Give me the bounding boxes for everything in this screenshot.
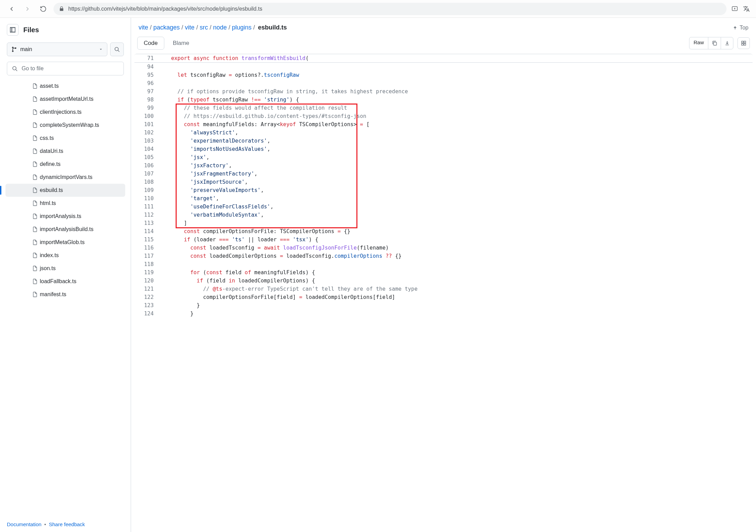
code-line[interactable]	[161, 260, 753, 268]
line-number[interactable]: 71	[134, 54, 161, 62]
line-number[interactable]: 102	[134, 129, 161, 137]
code-line[interactable]: const compilerOptionsForFile: TSCompiler…	[161, 227, 753, 235]
code-line[interactable]: 'importsNotUsedAsValues',	[161, 145, 753, 153]
forward-button[interactable]	[22, 3, 33, 14]
breadcrumb-link[interactable]: plugins	[232, 24, 251, 31]
code-line[interactable]: 'jsxFragmentFactory',	[161, 170, 753, 178]
line-number[interactable]: 106	[134, 161, 161, 170]
line-number[interactable]: 103	[134, 137, 161, 145]
code-line[interactable]: 'jsxFactory',	[161, 161, 753, 170]
code-line[interactable]: if (typeof tsconfigRaw !== 'string') {	[161, 96, 753, 104]
install-icon[interactable]	[731, 5, 738, 12]
raw-button[interactable]: Raw	[689, 37, 708, 49]
file-item[interactable]: manifest.ts	[5, 288, 125, 301]
line-number[interactable]: 123	[134, 301, 161, 310]
code-line[interactable]: const loadedCompilerOptions = loadedTsco…	[161, 252, 753, 260]
file-item[interactable]: importMetaGlob.ts	[5, 236, 125, 249]
code-line[interactable]: const meaningfulFields: Array<keyof TSCo…	[161, 120, 753, 129]
file-item[interactable]: loadFallback.ts	[5, 275, 125, 288]
file-item[interactable]: dataUri.ts	[5, 145, 125, 158]
code-line[interactable]: 'preserveValueImports',	[161, 186, 753, 194]
file-item[interactable]: asset.ts	[5, 80, 125, 93]
tab-blame[interactable]: Blame	[166, 37, 196, 50]
code-line[interactable]: // @ts-expect-error TypeScript can't tel…	[161, 285, 753, 293]
code-line[interactable]: 'target',	[161, 194, 753, 203]
file-item[interactable]: css.ts	[5, 132, 125, 145]
line-number[interactable]: 117	[134, 252, 161, 260]
line-number[interactable]: 98	[134, 96, 161, 104]
file-item[interactable]: clientInjections.ts	[5, 106, 125, 119]
line-number[interactable]: 110	[134, 194, 161, 203]
collapse-sidebar-button[interactable]	[7, 24, 19, 36]
code-line[interactable]: 'useDefineForClassFields',	[161, 203, 753, 211]
code-line[interactable]: if (loader === 'ts' || loader === 'tsx')…	[161, 235, 753, 244]
line-number[interactable]: 115	[134, 235, 161, 244]
line-number[interactable]: 97	[134, 87, 161, 96]
line-number[interactable]: 100	[134, 112, 161, 120]
copy-button[interactable]	[708, 37, 721, 49]
code-line[interactable]: 'verbatimModuleSyntax',	[161, 211, 753, 219]
line-number[interactable]: 114	[134, 227, 161, 235]
line-number[interactable]: 119	[134, 268, 161, 277]
tab-code[interactable]: Code	[137, 37, 164, 50]
line-number[interactable]: 101	[134, 120, 161, 129]
translate-icon[interactable]	[743, 5, 750, 12]
code-line[interactable]: // these fields would affect the compila…	[161, 104, 753, 112]
line-number[interactable]: 108	[134, 178, 161, 186]
code-line[interactable]: const loadedTsconfig = await loadTsconfi…	[161, 244, 753, 252]
goto-file-input[interactable]: Go to file	[7, 62, 124, 75]
search-tree-button[interactable]	[110, 43, 124, 56]
line-number[interactable]: 118	[134, 260, 161, 268]
code-line[interactable]: 'jsxImportSource',	[161, 178, 753, 186]
line-number[interactable]: 121	[134, 285, 161, 293]
file-item[interactable]: esbuild.ts	[5, 184, 125, 197]
code-line[interactable]: compilerOptionsForFile[field] = loadedCo…	[161, 293, 753, 301]
file-item[interactable]: importAnalysisBuild.ts	[5, 223, 125, 236]
code-line[interactable]: export async function transformWithEsbui…	[161, 54, 753, 62]
file-item[interactable]: define.ts	[5, 158, 125, 171]
file-item[interactable]: json.ts	[5, 262, 125, 275]
line-number[interactable]: 104	[134, 145, 161, 153]
line-number[interactable]: 107	[134, 170, 161, 178]
scroll-top-button[interactable]: Top	[733, 25, 748, 31]
file-item[interactable]: html.ts	[5, 197, 125, 210]
code-line[interactable]: if (field in loadedCompilerOptions) {	[161, 277, 753, 285]
breadcrumb-link[interactable]: node	[213, 24, 227, 31]
back-button[interactable]	[6, 3, 17, 14]
line-number[interactable]: 95	[134, 71, 161, 79]
line-number[interactable]: 105	[134, 153, 161, 161]
code-line[interactable]: 'jsx',	[161, 153, 753, 161]
code-line[interactable]	[161, 63, 753, 71]
file-item[interactable]: assetImportMetaUrl.ts	[5, 93, 125, 106]
code-line[interactable]: }	[161, 301, 753, 310]
code-line[interactable]: ]	[161, 219, 753, 227]
line-number[interactable]: 122	[134, 293, 161, 301]
line-number[interactable]: 94	[134, 63, 161, 71]
code-line[interactable]: 'alwaysStrict',	[161, 129, 753, 137]
branch-selector[interactable]: main	[7, 43, 107, 56]
file-item[interactable]: importAnalysis.ts	[5, 210, 125, 223]
code-line[interactable]	[161, 79, 753, 87]
breadcrumb-link[interactable]: packages	[153, 24, 180, 31]
line-number[interactable]: 96	[134, 79, 161, 87]
code-line[interactable]: for (const field of meaningfulFields) {	[161, 268, 753, 277]
line-number[interactable]: 120	[134, 277, 161, 285]
documentation-link[interactable]: Documentation	[7, 521, 42, 527]
symbols-button[interactable]	[737, 37, 750, 49]
line-number[interactable]: 116	[134, 244, 161, 252]
download-button[interactable]	[721, 37, 733, 49]
url-bar[interactable]: https://github.com/vitejs/vite/blob/main…	[54, 3, 727, 15]
reload-button[interactable]	[38, 3, 49, 14]
line-number[interactable]: 109	[134, 186, 161, 194]
file-item[interactable]: dynamicImportVars.ts	[5, 171, 125, 184]
line-number[interactable]: 113	[134, 219, 161, 227]
breadcrumb-link[interactable]: src	[200, 24, 208, 31]
line-number[interactable]: 99	[134, 104, 161, 112]
file-item[interactable]: completeSystemWrap.ts	[5, 119, 125, 132]
line-number[interactable]: 124	[134, 310, 161, 318]
share-feedback-link[interactable]: Share feedback	[49, 521, 85, 527]
code-line[interactable]: // if options provide tsconfigRaw in str…	[161, 87, 753, 96]
file-item[interactable]: index.ts	[5, 249, 125, 262]
breadcrumb-link[interactable]: vite	[185, 24, 194, 31]
code-line[interactable]: 'experimentalDecorators',	[161, 137, 753, 145]
